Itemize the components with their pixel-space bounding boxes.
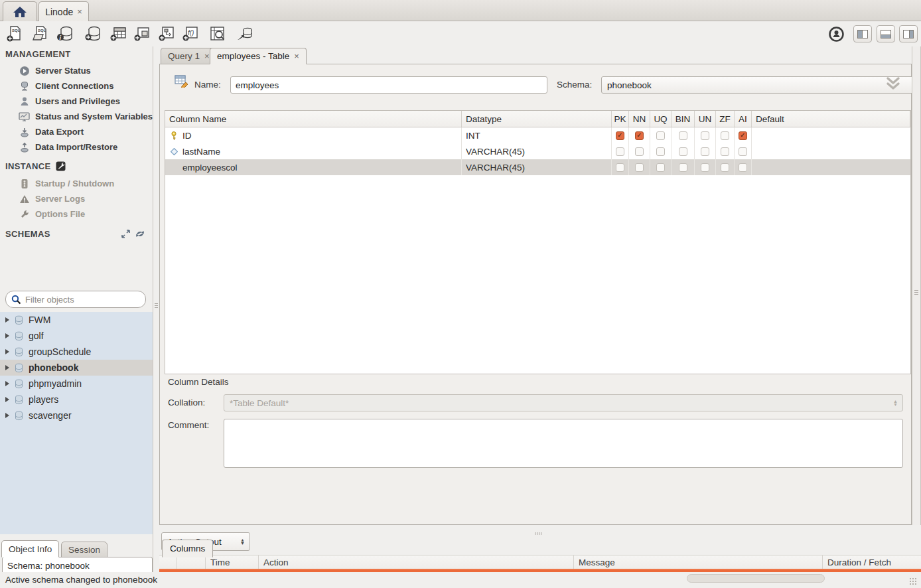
schema-filter-input[interactable] bbox=[25, 295, 131, 305]
close-icon[interactable]: × bbox=[294, 51, 299, 61]
header-nn[interactable]: NN bbox=[629, 111, 650, 127]
expander-icon[interactable] bbox=[5, 365, 9, 370]
refresh-schemas-icon[interactable] bbox=[135, 230, 145, 238]
checkbox-bin[interactable] bbox=[679, 163, 687, 172]
checkbox-bin[interactable] bbox=[679, 147, 687, 156]
header-blank-1[interactable] bbox=[159, 555, 177, 569]
checkbox-pk[interactable] bbox=[616, 147, 624, 156]
sidebar-item-data-export[interactable]: Data Export bbox=[19, 124, 84, 139]
header-default[interactable]: Default bbox=[752, 111, 910, 127]
horizontal-scrollbar-thumb[interactable] bbox=[687, 574, 825, 583]
header-message[interactable]: Message bbox=[574, 555, 823, 569]
checkbox-zf[interactable] bbox=[721, 163, 729, 172]
column-row-id[interactable]: ID INT bbox=[165, 127, 910, 143]
collation-select[interactable]: *Table Default* ▲▼ bbox=[224, 394, 903, 411]
sidebar-item-users-privileges[interactable]: Users and Privileges bbox=[19, 94, 120, 109]
header-time[interactable]: Time bbox=[206, 555, 259, 569]
home-tab[interactable] bbox=[3, 1, 37, 21]
schema-item-scavenger[interactable]: scavenger bbox=[0, 407, 153, 423]
right-panel-splitter[interactable] bbox=[912, 46, 921, 525]
toggle-bottom-panel-button[interactable] bbox=[877, 25, 895, 42]
expander-icon[interactable] bbox=[5, 349, 9, 354]
collapse-header-chevron-icon[interactable] bbox=[885, 75, 902, 92]
sidebar-item-client-connections[interactable]: Client Connections bbox=[19, 78, 113, 94]
create-function-icon[interactable]: f() bbox=[181, 25, 200, 43]
close-icon[interactable]: × bbox=[204, 51, 210, 61]
user-circle-icon[interactable] bbox=[828, 26, 845, 42]
column-row-lastname[interactable]: lastName VARCHAR(45) bbox=[165, 143, 910, 159]
header-column-name[interactable]: Column Name bbox=[165, 111, 462, 127]
checkbox-pk[interactable] bbox=[616, 131, 624, 140]
tab-session[interactable]: Session bbox=[61, 542, 107, 557]
create-schema-icon[interactable] bbox=[84, 25, 102, 43]
checkbox-pk[interactable] bbox=[616, 163, 624, 172]
expander-icon[interactable] bbox=[5, 413, 9, 418]
checkbox-un[interactable] bbox=[701, 147, 709, 156]
expander-icon[interactable] bbox=[5, 333, 9, 338]
header-un[interactable]: UN bbox=[695, 111, 716, 127]
sidebar-item-options-file[interactable]: Options File bbox=[19, 206, 85, 222]
schema-select[interactable]: phonebook ▲▼ bbox=[601, 76, 921, 94]
inspect-database-icon[interactable]: i bbox=[56, 25, 74, 43]
checkbox-un[interactable] bbox=[701, 163, 709, 172]
checkbox-nn[interactable] bbox=[635, 147, 644, 156]
sidebar-item-server-status[interactable]: Server Status bbox=[19, 63, 91, 78]
expander-icon[interactable] bbox=[5, 317, 9, 323]
sidebar-splitter[interactable] bbox=[153, 46, 159, 572]
tab-columns[interactable]: Columns bbox=[162, 540, 213, 557]
header-action[interactable]: Action bbox=[259, 555, 574, 569]
checkbox-uq[interactable] bbox=[656, 147, 665, 156]
output-splitter-handle[interactable] bbox=[534, 527, 542, 537]
schema-item-groupschedule[interactable]: groupSchedule bbox=[0, 344, 153, 360]
header-ai[interactable]: AI bbox=[735, 111, 752, 127]
checkbox-nn[interactable] bbox=[635, 131, 644, 140]
header-duration-fetch[interactable]: Duration / Fetch bbox=[823, 555, 921, 569]
tab-object-info[interactable]: Object Info bbox=[1, 540, 59, 557]
checkbox-ai[interactable] bbox=[739, 163, 747, 172]
schema-item-players[interactable]: players bbox=[0, 392, 153, 407]
expander-icon[interactable] bbox=[5, 397, 9, 402]
checkbox-un[interactable] bbox=[701, 131, 709, 140]
schema-item-golf[interactable]: golf bbox=[0, 328, 153, 344]
expand-schemas-icon[interactable] bbox=[121, 230, 130, 238]
toggle-left-panel-button[interactable] bbox=[853, 25, 872, 42]
checkbox-bin[interactable] bbox=[679, 131, 687, 140]
header-bin[interactable]: BIN bbox=[672, 111, 695, 127]
checkbox-uq[interactable] bbox=[656, 163, 665, 172]
toggle-right-panel-button[interactable] bbox=[899, 25, 918, 42]
create-table-icon[interactable] bbox=[109, 25, 127, 43]
sidebar-item-server-logs[interactable]: Server Logs bbox=[19, 191, 85, 206]
header-blank-2[interactable] bbox=[177, 555, 206, 569]
window-resize-grip[interactable] bbox=[909, 577, 917, 585]
checkbox-ai[interactable] bbox=[739, 131, 747, 140]
header-datatype[interactable]: Datatype bbox=[462, 111, 612, 127]
expander-icon[interactable] bbox=[5, 381, 9, 386]
sidebar-item-data-import[interactable]: Data Import/Restore bbox=[19, 139, 117, 155]
schema-item-phpmyadmin[interactable]: phpmyadmin bbox=[0, 376, 153, 392]
checkbox-zf[interactable] bbox=[721, 147, 729, 156]
connection-tab-linode[interactable]: Linode × bbox=[38, 1, 89, 21]
schema-item-phonebook[interactable]: phonebook bbox=[0, 360, 153, 376]
header-pk[interactable]: PK bbox=[612, 111, 629, 127]
sidebar-item-startup-shutdown[interactable]: Startup / Shutdown bbox=[19, 176, 114, 191]
column-row-employeescol[interactable]: employeescol VARCHAR(45) bbox=[165, 159, 910, 175]
search-table-data-icon[interactable] bbox=[208, 25, 227, 43]
sidebar-item-system-variables[interactable]: Status and System Variables bbox=[19, 109, 153, 124]
open-sql-script-icon[interactable]: SQL bbox=[31, 25, 49, 43]
header-uq[interactable]: UQ bbox=[650, 111, 672, 127]
checkbox-ai[interactable] bbox=[739, 147, 747, 156]
new-sql-tab-icon[interactable]: SQL bbox=[5, 25, 24, 43]
close-icon[interactable]: × bbox=[77, 7, 82, 17]
checkbox-uq[interactable] bbox=[656, 131, 665, 140]
reconnect-dbms-icon[interactable] bbox=[236, 25, 254, 43]
tab-query-1[interactable]: Query 1 × bbox=[161, 48, 217, 64]
tab-employees-table[interactable]: employees - Table × bbox=[210, 48, 307, 64]
spinner-icon[interactable]: ▲▼ bbox=[240, 538, 245, 545]
create-procedure-icon[interactable] bbox=[157, 25, 176, 43]
checkbox-nn[interactable] bbox=[635, 163, 644, 172]
header-zf[interactable]: ZF bbox=[716, 111, 735, 127]
table-name-input[interactable]: employees bbox=[230, 76, 547, 94]
create-view-icon[interactable] bbox=[133, 25, 151, 43]
comment-textarea[interactable] bbox=[224, 419, 903, 468]
checkbox-zf[interactable] bbox=[721, 131, 729, 140]
